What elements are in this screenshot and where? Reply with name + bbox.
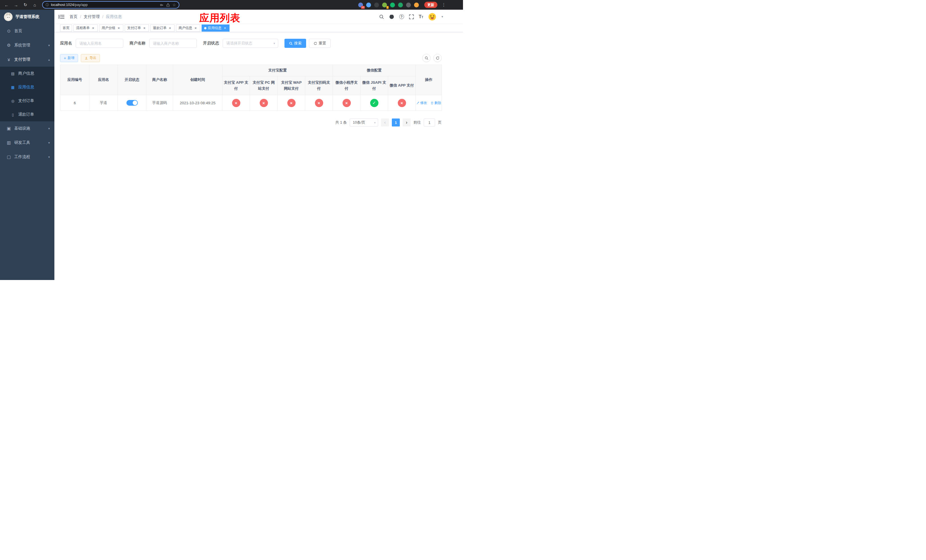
config-status-icon: × — [260, 99, 268, 107]
sidebar-item-dev-tools[interactable]: ▥ 研发工具 ▾ — [0, 136, 54, 150]
merchant-name-input[interactable] — [149, 39, 197, 48]
sidebar: 芋道管理系统 ⊙ 首页 ⚙ 系统管理 ▾ ¥ 支付管理 ▴ ▤ 商户信息 ▦ 应… — [0, 10, 54, 280]
avatar-caret-icon[interactable]: ▾ — [441, 15, 443, 18]
sidebar-item-refund-order[interactable]: ▯ 退款订单 — [0, 107, 54, 121]
close-tab-icon[interactable]: × — [91, 26, 95, 30]
cell-created: 2021-10-23 08:49:25 — [173, 95, 222, 111]
tab-home[interactable]: 首页 — [60, 24, 72, 32]
add-button[interactable]: + 新增 — [60, 54, 78, 62]
status-select[interactable]: 请选择开启状态 ▾ — [223, 39, 278, 48]
close-tab-icon[interactable]: × — [117, 26, 121, 30]
tab-app-info[interactable]: 应用信息 × — [201, 24, 230, 32]
address-bar[interactable]: ⓘ localhost:1024/pay/app ☆ — [42, 1, 179, 9]
tags-view: 首页 流程表单 × 用户分组 × 支付订单 × 退款订单 × 商户信息 × — [54, 24, 463, 32]
reset-button[interactable]: 重置 — [309, 39, 331, 48]
grid-icon: ▦ — [10, 85, 16, 89]
table-toolbar: + 新增 导出 — [60, 54, 442, 62]
breadcrumb-item-home[interactable]: 首页 — [70, 14, 77, 20]
password-key-icon[interactable] — [159, 3, 164, 7]
github-icon[interactable] — [389, 14, 394, 20]
prev-page-button[interactable]: ‹ — [381, 118, 389, 127]
breadcrumb: 首页 / 支付管理 / 应用信息 — [70, 14, 122, 20]
close-tab-icon[interactable]: × — [142, 26, 146, 30]
chevron-down-icon: ▾ — [48, 44, 50, 47]
tab-user-group[interactable]: 用户分组 × — [99, 24, 123, 32]
export-button[interactable]: 导出 — [81, 54, 100, 62]
sidebar-item-app-info[interactable]: ▦ 应用信息 — [0, 80, 54, 94]
logo-avatar — [4, 12, 12, 21]
fullscreen-icon[interactable] — [409, 14, 414, 20]
help-icon[interactable]: ? — [399, 14, 404, 19]
browser-update-button[interactable]: 更新 — [424, 2, 437, 8]
sidebar-item-pay-order[interactable]: ◎ 支付订单 — [0, 94, 54, 107]
tab-process-form[interactable]: 流程表单 × — [73, 24, 98, 32]
sidebar-item-payment[interactable]: ¥ 支付管理 ▴ — [0, 52, 54, 67]
tab-merchant-info[interactable]: 商户信息 × — [176, 24, 200, 32]
close-tab-icon[interactable]: × — [168, 26, 172, 30]
close-tab-icon[interactable]: × — [194, 26, 198, 30]
app-title: 芋道管理系统 — [15, 14, 39, 20]
browser-toolbar: ← → ↻ ⌂ ⓘ localhost:1024/pay/app ☆ 10 1 … — [0, 0, 463, 10]
share-icon[interactable] — [166, 3, 170, 7]
browser-home-button[interactable]: ⌂ — [31, 1, 38, 9]
sidebar-item-home[interactable]: ⊙ 首页 — [0, 24, 54, 38]
delete-link[interactable]: 删除 — [431, 101, 441, 105]
refresh-button[interactable] — [433, 54, 442, 62]
extension-green-check-icon[interactable] — [390, 3, 395, 8]
extensions-area: 10 1 — [358, 3, 419, 8]
user-avatar[interactable] — [428, 12, 437, 21]
extension-face-icon[interactable] — [414, 3, 419, 8]
app-name-input[interactable] — [76, 39, 123, 48]
chevron-down-icon: ▾ — [374, 121, 375, 124]
status-toggle[interactable] — [126, 100, 138, 106]
font-size-icon[interactable]: TT — [419, 15, 424, 19]
extension-green-avatar-icon[interactable]: 1 — [382, 3, 387, 8]
extension-dark-icon[interactable] — [374, 3, 379, 8]
url-text: localhost:1024/pay/app — [51, 3, 88, 7]
sidebar-item-system[interactable]: ⚙ 系统管理 ▾ — [0, 38, 54, 52]
page-size-select[interactable]: 10条/页 ▾ — [350, 118, 378, 127]
tab-pay-order[interactable]: 支付订单 × — [125, 24, 149, 32]
browser-reload-button[interactable]: ↻ — [22, 1, 29, 9]
sidebar-item-label: 工作流程 — [14, 154, 30, 159]
extension-pinwheel-icon[interactable] — [406, 3, 411, 8]
search-button-label: 搜索 — [294, 41, 301, 46]
edit-link[interactable]: 修改 — [416, 101, 427, 105]
close-tab-icon[interactable]: × — [223, 26, 227, 30]
sidebar-item-label: 支付订单 — [18, 98, 34, 103]
app-logo: 芋道管理系统 — [0, 10, 54, 24]
tools-icon: ▥ — [6, 140, 12, 145]
cell-wechat-app: × — [388, 95, 416, 111]
search-button[interactable]: 搜索 — [284, 39, 306, 48]
sidebar-item-workflow[interactable]: ▢ 工作流程 ▾ — [0, 150, 54, 164]
cell-app-id: 6 — [61, 95, 89, 111]
page-size-value: 10条/页 — [353, 120, 365, 125]
sidebar-fold-icon[interactable] — [59, 14, 65, 20]
sidebar-item-label: 系统管理 — [14, 43, 30, 48]
sidebar-item-infrastructure[interactable]: ▣ 基础设施 ▾ — [0, 121, 54, 136]
col-header-alipay-app: 支付宝 APP 支付 — [222, 76, 250, 95]
site-info-icon[interactable]: ⓘ — [45, 3, 49, 8]
extension-pin-icon[interactable]: 10 — [358, 3, 363, 8]
search-icon[interactable] — [379, 14, 384, 20]
browser-forward-button[interactable]: → — [12, 1, 20, 9]
next-page-button[interactable]: › — [402, 118, 411, 127]
browser-back-button[interactable]: ← — [3, 1, 10, 9]
extension-chat-icon[interactable] — [398, 3, 403, 8]
goto-page-input[interactable] — [424, 118, 435, 127]
status-select-placeholder: 请选择开启状态 — [226, 41, 252, 46]
filter-bar: 应用名 商户名称 开启状态 请选择开启状态 ▾ — [60, 39, 442, 48]
bookmark-star-icon[interactable]: ☆ — [172, 3, 176, 7]
config-status-icon: × — [315, 99, 323, 107]
tab-refund-order[interactable]: 退款订单 × — [150, 24, 174, 32]
annotation-app-list: 应用列表 — [199, 11, 240, 25]
url-path: /pay/app — [74, 3, 88, 7]
breadcrumb-item-payment[interactable]: 支付管理 — [84, 14, 100, 20]
sidebar-item-label: 应用信息 — [18, 85, 34, 90]
sidebar-item-merchant-info[interactable]: ▤ 商户信息 — [0, 67, 54, 80]
browser-menu-icon[interactable]: ⋮ — [442, 2, 446, 8]
page-number-1[interactable]: 1 — [392, 118, 400, 127]
extension-blue-icon[interactable] — [366, 3, 371, 8]
toggle-search-button[interactable] — [422, 54, 431, 62]
workflow-icon: ▢ — [6, 154, 12, 159]
